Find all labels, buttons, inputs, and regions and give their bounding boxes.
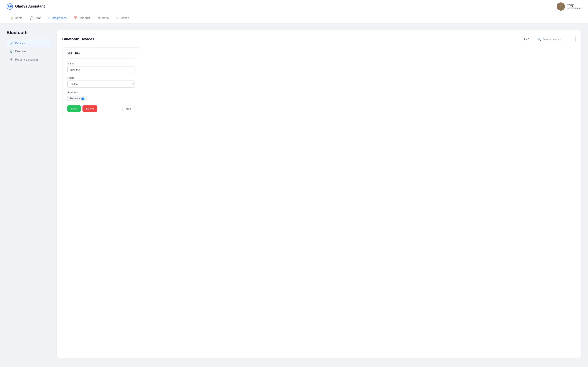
- nav-chat-label: Chat: [35, 16, 41, 20]
- nav-item-scenes[interactable]: ▷ Scenes: [112, 13, 133, 23]
- nav-maps-label: Maps: [102, 16, 109, 20]
- nav-home-label: Home: [15, 16, 22, 20]
- features-section: Features Presence 👥: [67, 91, 135, 101]
- primary-actions: Save Delete: [67, 105, 97, 112]
- app-name: Gladys Assistant: [15, 4, 45, 8]
- name-field-group: Name: [67, 62, 135, 73]
- scenes-icon: ▷: [116, 16, 118, 20]
- sidebar-item-devices[interactable]: 🔗 Devices: [7, 39, 52, 47]
- main-layout: Bluetooth 🔗 Devices 📡 Discover ⚙ Presenc…: [0, 24, 588, 364]
- nav-item-chat[interactable]: 💬 Chat: [26, 13, 44, 23]
- sidebar-item-discover[interactable]: 📡 Discover: [7, 48, 52, 55]
- nav-item-calendar[interactable]: 📅 Calendar: [70, 13, 94, 23]
- content-controls: A - Z 🔍: [521, 36, 576, 42]
- app-header: Gladys Assistant T Tony Administrator: [0, 0, 588, 13]
- sort-button[interactable]: A - Z: [521, 36, 532, 42]
- room-label: Room: [67, 76, 135, 79]
- device-card-title: NUT PG: [67, 52, 135, 59]
- user-role: Administrator: [567, 7, 581, 9]
- name-label: Name: [67, 62, 135, 65]
- save-button[interactable]: Save: [67, 105, 81, 112]
- room-select[interactable]: Salon Kitchen Bedroom Bathroom Office: [67, 81, 135, 88]
- sidebar-item-presence-scanner[interactable]: ⚙ Presence scanner: [7, 56, 52, 63]
- main-nav: 🏠 Home 💬 Chat ⊞ Integrations 📅 Calendar …: [0, 13, 588, 24]
- gladys-logo-icon: [7, 3, 13, 10]
- device-card: NUT PG Name Room Salon Kitchen Bedroom B…: [62, 47, 140, 116]
- user-name: Tony: [567, 3, 581, 7]
- link-icon: 🔗: [9, 42, 13, 45]
- content-title: Bluetooth Devices: [62, 37, 94, 42]
- presence-icon: 👥: [81, 97, 85, 100]
- nav-item-maps[interactable]: 🗺 Maps: [94, 13, 112, 23]
- nav-calendar-label: Calendar: [79, 16, 90, 20]
- nav-scenes-label: Scenes: [120, 16, 129, 20]
- presence-label: Presence: [70, 97, 80, 100]
- sidebar-devices-label: Devices: [15, 42, 25, 45]
- card-actions: Save Delete Edit: [67, 105, 135, 112]
- delete-button[interactable]: Delete: [82, 105, 98, 112]
- search-icon: 🔍: [537, 38, 541, 41]
- chat-icon: 💬: [30, 16, 33, 20]
- search-input[interactable]: [543, 38, 573, 41]
- content-header: Bluetooth Devices A - Z 🔍: [62, 36, 576, 42]
- name-input[interactable]: [67, 66, 135, 73]
- sidebar-presence-label: Presence scanner: [15, 58, 38, 61]
- radio-icon: 📡: [9, 50, 13, 53]
- app-logo: Gladys Assistant: [7, 3, 45, 10]
- main-content: Bluetooth Devices A - Z 🔍 NUT PG Name Ro…: [56, 30, 581, 358]
- sidebar-discover-label: Discover: [15, 50, 26, 53]
- search-container: 🔍: [535, 36, 576, 42]
- nav-item-home[interactable]: 🏠 Home: [7, 13, 26, 23]
- room-field-group: Room Salon Kitchen Bedroom Bathroom Offi…: [67, 76, 135, 88]
- maps-icon: 🗺: [98, 16, 100, 20]
- integrations-icon: ⊞: [48, 16, 51, 20]
- home-icon: 🏠: [10, 16, 14, 20]
- sidebar: Bluetooth 🔗 Devices 📡 Discover ⚙ Presenc…: [7, 30, 52, 358]
- nav-item-integrations[interactable]: ⊞ Integrations: [44, 13, 70, 23]
- gear-icon: ⚙: [9, 58, 13, 61]
- user-info: Tony Administrator: [567, 3, 581, 9]
- features-label: Features: [67, 91, 135, 94]
- nav-integrations-label: Integrations: [52, 16, 67, 20]
- avatar: T: [557, 2, 565, 11]
- calendar-icon: 📅: [74, 16, 77, 20]
- user-profile[interactable]: T Tony Administrator: [557, 2, 581, 11]
- sidebar-title: Bluetooth: [7, 30, 52, 35]
- feature-badge-presence: Presence 👥: [67, 96, 87, 101]
- edit-button[interactable]: Edit: [122, 105, 135, 112]
